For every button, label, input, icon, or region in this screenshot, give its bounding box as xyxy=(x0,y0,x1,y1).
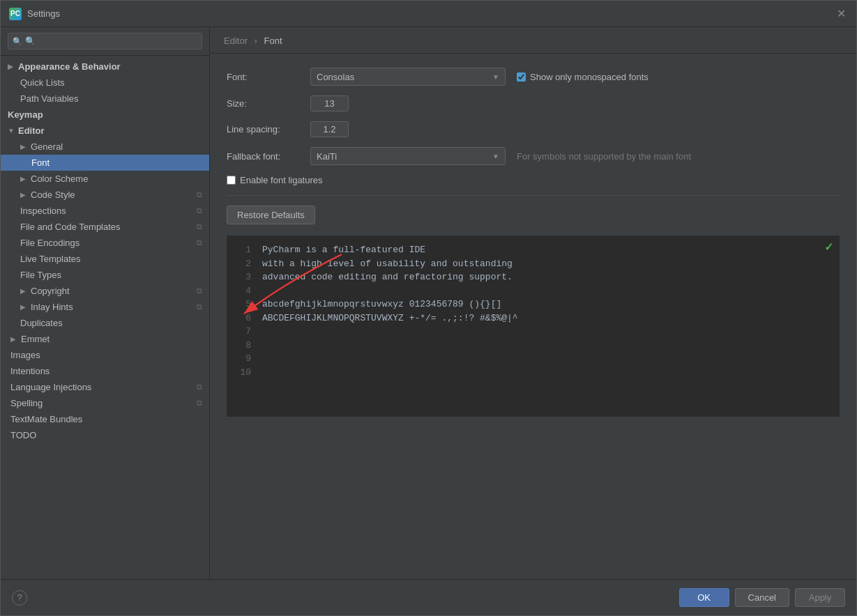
dropdown-arrow-icon: ▼ xyxy=(492,73,499,81)
font-label: Font: xyxy=(227,72,310,82)
font-row: Font: Consolas ▼ Show only monospaced fo… xyxy=(227,68,840,86)
settings-dialog: PC Settings ✕ 🔍 Appearance & Behavior Qu… xyxy=(0,0,857,616)
copy-icon: ⧉ xyxy=(197,383,202,392)
sidebar-item-intentions[interactable]: Intentions xyxy=(1,363,209,379)
dialog-title: Settings xyxy=(27,8,834,19)
sidebar-item-quick-lists[interactable]: Quick Lists xyxy=(1,75,209,91)
sidebar-item-inspections[interactable]: Inspections ⧉ xyxy=(1,203,209,219)
copy-icon: ⧉ xyxy=(197,238,202,247)
bottom-bar: ? OK Cancel Apply xyxy=(1,579,856,615)
arrow-icon xyxy=(20,175,27,183)
code-line-7 xyxy=(262,325,832,339)
divider xyxy=(227,195,840,196)
copy-icon: ⧉ xyxy=(197,206,202,215)
breadcrumb-separator: › xyxy=(255,36,257,46)
sidebar-item-color-scheme[interactable]: Color Scheme xyxy=(1,171,209,187)
size-label: Size: xyxy=(227,98,310,109)
preview-area: ✓ 1 2 3 4 5 6 7 8 9 xyxy=(227,236,840,417)
fallback-font-dropdown[interactable]: KaiTi ▼ xyxy=(310,147,506,165)
arrow-icon xyxy=(8,63,15,70)
font-dropdown[interactable]: Consolas ▼ xyxy=(310,68,506,86)
settings-area: Font: Consolas ▼ Show only monospaced fo… xyxy=(210,54,856,579)
line-numbers: 1 2 3 4 5 6 7 8 9 10 xyxy=(227,236,255,386)
fallback-font-row: Fallback font: KaiTi ▼ For symbols not s… xyxy=(227,147,840,165)
help-button[interactable]: ? xyxy=(12,590,27,606)
title-bar: PC Settings ✕ xyxy=(1,1,856,27)
sidebar-item-emmet[interactable]: Emmet xyxy=(1,331,209,347)
code-line-5: abcdefghijklmnopqrstuvwxyz 0123456789 ()… xyxy=(262,298,832,311)
code-line-9 xyxy=(262,352,832,366)
code-line-6: ABCDEFGHIJKLMNOPQRSTUVWXYZ +-*/= .,;:!? … xyxy=(262,311,832,325)
fallback-font-hint: For symbols not supported by the main fo… xyxy=(517,151,691,162)
enable-ligatures-row: Enable font ligatures xyxy=(227,175,840,185)
sidebar-item-file-code-templates[interactable]: File and Code Templates ⧉ xyxy=(1,219,209,235)
restore-defaults-button[interactable]: Restore Defaults xyxy=(227,206,315,224)
code-line-3: advanced code editing and refactoring su… xyxy=(262,270,832,284)
show-monospaced-checkbox[interactable] xyxy=(517,72,526,82)
close-button[interactable]: ✕ xyxy=(834,7,848,21)
nav-tree: Appearance & Behavior Quick Lists Path V… xyxy=(1,56,209,579)
arrow-expanded-icon xyxy=(8,127,15,134)
arrow-icon xyxy=(20,143,27,151)
size-row: Size: xyxy=(227,95,840,111)
breadcrumb-current: Font xyxy=(264,36,282,46)
preview-content: 1 2 3 4 5 6 7 8 9 10 PyChar xyxy=(227,236,839,386)
dropdown-arrow-icon: ▼ xyxy=(492,153,499,160)
copy-icon: ⧉ xyxy=(197,222,202,231)
line-spacing-row: Line spacing: xyxy=(227,121,840,137)
right-panel: Editor › Font Font: Consolas ▼ xyxy=(210,27,856,579)
sidebar-item-inlay-hints[interactable]: Inlay Hints ⧉ xyxy=(1,299,209,315)
sidebar-item-todo[interactable]: TODO xyxy=(1,427,209,443)
line-spacing-input[interactable] xyxy=(310,121,349,137)
sidebar-item-keymap[interactable]: Keymap xyxy=(1,107,209,123)
arrow-icon xyxy=(10,335,17,343)
sidebar-item-images[interactable]: Images xyxy=(1,347,209,363)
copy-icon: ⧉ xyxy=(197,399,202,408)
sidebar-item-copyright[interactable]: Copyright ⧉ xyxy=(1,283,209,299)
font-dropdown-value: Consolas xyxy=(317,72,354,82)
fallback-font-label: Fallback font: xyxy=(227,151,310,162)
sidebar-item-file-types[interactable]: File Types xyxy=(1,267,209,283)
line-spacing-label: Line spacing: xyxy=(227,124,310,134)
sidebar-item-file-encodings[interactable]: File Encodings ⧉ xyxy=(1,235,209,251)
arrow-icon xyxy=(20,191,27,199)
copy-icon: ⧉ xyxy=(197,302,202,311)
sidebar: 🔍 Appearance & Behavior Quick Lists Path… xyxy=(1,27,210,579)
sidebar-item-duplicates[interactable]: Duplicates xyxy=(1,315,209,331)
sidebar-item-general[interactable]: General xyxy=(1,139,209,155)
code-line-1: PyCharm is a full-featured IDE xyxy=(262,243,832,257)
search-input[interactable] xyxy=(8,33,202,49)
copy-icon: ⧉ xyxy=(197,190,202,199)
fallback-font-value: KaiTi xyxy=(317,151,337,162)
sidebar-item-code-style[interactable]: Code Style ⧉ xyxy=(1,187,209,203)
code-line-4 xyxy=(262,284,832,298)
show-monospaced-label[interactable]: Show only monospaced fonts xyxy=(517,72,649,82)
sidebar-item-spelling[interactable]: Spelling ⧉ xyxy=(1,395,209,411)
main-content: 🔍 Appearance & Behavior Quick Lists Path… xyxy=(1,27,856,579)
apply-button[interactable]: Apply xyxy=(795,588,845,607)
app-icon: PC xyxy=(9,8,22,20)
sidebar-item-language-injections[interactable]: Language Injections ⧉ xyxy=(1,379,209,395)
sidebar-item-live-templates[interactable]: Live Templates xyxy=(1,251,209,267)
sidebar-item-path-variables[interactable]: Path Variables xyxy=(1,91,209,107)
sidebar-item-editor[interactable]: Editor xyxy=(1,123,209,139)
code-line-2: with a high level of usability and outst… xyxy=(262,257,832,271)
settings-content: Font: Consolas ▼ Show only monospaced fo… xyxy=(210,54,856,579)
bottom-right: OK Cancel Apply xyxy=(679,588,845,607)
cancel-button[interactable]: Cancel xyxy=(735,588,789,607)
breadcrumb-parent: Editor xyxy=(224,36,248,46)
search-box: 🔍 xyxy=(1,27,209,56)
bottom-left: ? xyxy=(12,590,27,606)
search-icon: 🔍 xyxy=(13,37,22,46)
arrow-icon xyxy=(20,287,27,295)
arrow-icon xyxy=(20,303,27,311)
enable-ligatures-label[interactable]: Enable font ligatures xyxy=(227,175,323,185)
enable-ligatures-checkbox[interactable] xyxy=(227,176,236,185)
code-line-8 xyxy=(262,339,832,353)
sidebar-item-textmate-bundles[interactable]: TextMate Bundles xyxy=(1,411,209,427)
size-input[interactable] xyxy=(310,95,349,111)
sidebar-item-font[interactable]: Font xyxy=(1,155,209,171)
ok-button[interactable]: OK xyxy=(679,588,729,607)
sidebar-item-appearance[interactable]: Appearance & Behavior xyxy=(1,59,209,75)
copy-icon: ⧉ xyxy=(197,286,202,295)
